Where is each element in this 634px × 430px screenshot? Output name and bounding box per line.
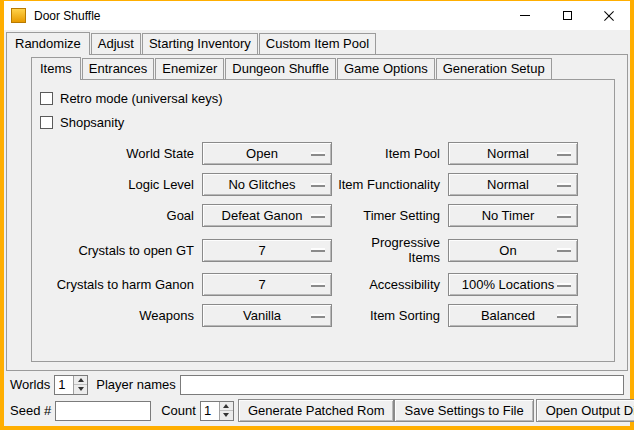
generate-row: Seed # Count Generate Patched Rom Save S… xyxy=(10,399,624,422)
worlds-label: Worlds xyxy=(10,377,50,392)
spin-down-button[interactable] xyxy=(220,411,233,420)
arrow-down-icon xyxy=(78,387,84,391)
crystals-to-harm-ganon-dropdown[interactable]: 7 xyxy=(202,273,332,296)
goal-label: Goal xyxy=(38,208,202,223)
checkbox-retro-mode[interactable]: Retro mode (universal keys) xyxy=(40,88,608,108)
count-input[interactable] xyxy=(201,402,219,420)
optionmenu-indicator-icon xyxy=(311,248,325,252)
tab-game-options[interactable]: Game Options xyxy=(337,58,435,79)
window-title: Door Shuffle xyxy=(34,9,101,23)
tab-items[interactable]: Items xyxy=(31,57,81,80)
shopsanity-checkbox-box[interactable] xyxy=(40,116,53,129)
spin-up-button[interactable] xyxy=(74,376,87,386)
item-sorting-label: Item Sorting xyxy=(338,308,448,323)
seed-input[interactable] xyxy=(55,401,151,421)
worlds-input[interactable] xyxy=(55,376,73,394)
item-pool-label: Item Pool xyxy=(338,146,448,161)
open-output-directory-button[interactable]: Open Output Directory xyxy=(536,399,634,422)
spin-up-button[interactable] xyxy=(220,402,233,412)
weapons-dropdown[interactable]: Vanilla xyxy=(202,304,332,327)
close-icon xyxy=(603,10,615,22)
field-grid: World State Open Item Pool Normal Logic … xyxy=(38,142,608,327)
timer-setting-label: Timer Setting xyxy=(338,208,448,223)
item-pool-dropdown[interactable]: Normal xyxy=(448,142,578,165)
tab-generation-setup[interactable]: Generation Setup xyxy=(436,58,552,79)
generate-patched-rom-button[interactable]: Generate Patched Rom xyxy=(238,399,395,422)
progressive-items-dropdown[interactable]: On xyxy=(448,239,578,262)
tab-starting-inventory[interactable]: Starting Inventory xyxy=(142,33,258,54)
maximize-icon xyxy=(563,11,572,20)
save-settings-button[interactable]: Save Settings to File xyxy=(394,399,533,422)
tab-randomize[interactable]: Randomize xyxy=(6,32,90,55)
accessibility-value: 100% Locations xyxy=(462,277,565,292)
arrow-down-icon xyxy=(223,413,229,417)
items-panel: Retro mode (universal keys) Shopsanity W… xyxy=(31,79,615,362)
crystals-to-harm-ganon-value: 7 xyxy=(258,277,275,292)
accessibility-dropdown[interactable]: 100% Locations xyxy=(448,273,578,296)
crystals-to-open-gt-dropdown[interactable]: 7 xyxy=(202,239,332,262)
minimize-button[interactable] xyxy=(504,1,546,30)
crystals-to-harm-ganon-label: Crystals to harm Ganon xyxy=(38,277,202,292)
item-functionality-value: Normal xyxy=(487,177,539,192)
field-row: Goal Defeat Ganon Timer Setting No Timer xyxy=(38,204,608,227)
tab-custom-item-pool[interactable]: Custom Item Pool xyxy=(259,33,376,54)
window-controls xyxy=(504,1,630,30)
field-row: Crystals to open GT 7 Progressive Items … xyxy=(38,235,608,265)
maximize-button[interactable] xyxy=(546,1,588,30)
logic-level-value: No Glitches xyxy=(228,177,305,192)
field-row: Logic Level No Glitches Item Functionali… xyxy=(38,173,608,196)
main-tab-bar: Randomize Adjust Starting Inventory Cust… xyxy=(4,30,630,54)
progressive-items-label: Progressive Items xyxy=(338,235,448,265)
tab-entrances[interactable]: Entrances xyxy=(82,58,155,79)
shopsanity-label: Shopsanity xyxy=(60,115,124,130)
player-names-label: Player names xyxy=(96,377,175,392)
item-sorting-dropdown[interactable]: Balanced xyxy=(448,304,578,327)
optionmenu-indicator-icon xyxy=(557,152,571,156)
item-sorting-value: Balanced xyxy=(481,308,545,323)
player-names-input[interactable] xyxy=(180,375,624,395)
item-functionality-label: Item Functionality xyxy=(338,177,448,192)
field-row: Crystals to harm Ganon 7 Accessibility 1… xyxy=(38,273,608,296)
titlebar: Door Shuffle xyxy=(4,1,630,30)
world-state-value: Open xyxy=(246,146,288,161)
count-spinbox[interactable] xyxy=(200,401,234,421)
retro-mode-checkbox-box[interactable] xyxy=(40,92,53,105)
worlds-spin-buttons xyxy=(73,376,87,394)
optionmenu-indicator-icon xyxy=(311,152,325,156)
weapons-value: Vanilla xyxy=(243,308,291,323)
optionmenu-indicator-icon xyxy=(557,214,571,218)
optionmenu-indicator-icon xyxy=(557,314,571,318)
tab-adjust[interactable]: Adjust xyxy=(91,33,141,54)
optionmenu-indicator-icon xyxy=(311,214,325,218)
app-icon xyxy=(11,8,26,23)
count-spin-buttons xyxy=(219,402,233,420)
close-button[interactable] xyxy=(588,1,630,30)
spin-down-button[interactable] xyxy=(74,385,87,394)
goal-value: Defeat Ganon xyxy=(222,208,313,223)
arrow-up-icon xyxy=(78,378,84,382)
world-state-label: World State xyxy=(38,146,202,161)
checkbox-shopsanity[interactable]: Shopsanity xyxy=(40,112,608,132)
bottom-bar: Worlds Player names Seed # Count xyxy=(4,371,630,426)
optionmenu-indicator-icon xyxy=(557,283,571,287)
count-label: Count xyxy=(161,403,196,418)
timer-setting-value: No Timer xyxy=(482,208,545,223)
multiworld-row: Worlds Player names xyxy=(10,373,624,396)
optionmenu-indicator-icon xyxy=(557,248,571,252)
timer-setting-dropdown[interactable]: No Timer xyxy=(448,204,578,227)
accessibility-label: Accessibility xyxy=(338,277,448,292)
window-content: Randomize Adjust Starting Inventory Cust… xyxy=(4,30,630,426)
minimize-icon xyxy=(520,15,530,16)
worlds-spinbox[interactable] xyxy=(54,375,88,395)
crystals-to-open-gt-value: 7 xyxy=(258,243,275,258)
optionmenu-indicator-icon xyxy=(557,183,571,187)
world-state-dropdown[interactable]: Open xyxy=(202,142,332,165)
tab-dungeon-shuffle[interactable]: Dungeon Shuffle xyxy=(225,58,336,79)
item-functionality-dropdown[interactable]: Normal xyxy=(448,173,578,196)
randomize-panel: Items Entrances Enemizer Dungeon Shuffle… xyxy=(6,54,628,371)
crystals-to-open-gt-label: Crystals to open GT xyxy=(38,243,202,258)
tab-enemizer[interactable]: Enemizer xyxy=(155,58,224,79)
goal-dropdown[interactable]: Defeat Ganon xyxy=(202,204,332,227)
logic-level-dropdown[interactable]: No Glitches xyxy=(202,173,332,196)
window: Door Shuffle Randomize Adjust Starting I… xyxy=(0,0,634,430)
